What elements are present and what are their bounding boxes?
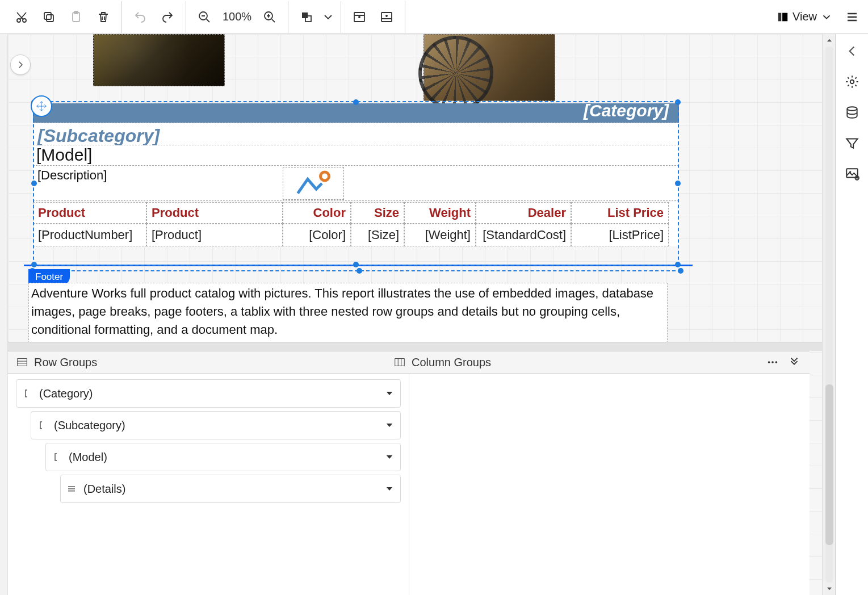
svg-point-0 [17, 19, 20, 22]
right-panel-rail [835, 34, 868, 595]
svg-point-18 [771, 361, 774, 363]
svg-point-23 [849, 171, 851, 173]
tablix-move-handle[interactable] [31, 95, 52, 117]
field-weight[interactable]: [Weight] [404, 224, 476, 246]
zoom-out-button[interactable] [192, 5, 217, 30]
groups-collapse-button[interactable] [785, 353, 804, 372]
row-groups-icon [16, 356, 28, 368]
header-product-number[interactable]: Product [33, 202, 146, 224]
groups-header-bar: Row Groups Column Groups [8, 351, 810, 374]
delete-button[interactable] [91, 5, 116, 30]
field-size[interactable]: [Size] [351, 224, 404, 246]
redo-button[interactable] [155, 5, 180, 30]
image-panel-button[interactable] [838, 159, 866, 188]
field-product-number[interactable]: [ProductNumber] [33, 224, 146, 246]
svg-rect-8 [302, 12, 308, 18]
svg-point-20 [850, 80, 854, 84]
column-groups-label: Column Groups [412, 356, 491, 369]
svg-rect-15 [18, 359, 27, 366]
svg-point-21 [847, 107, 857, 111]
svg-rect-3 [44, 12, 51, 19]
chevron-down-icon[interactable] [384, 484, 395, 494]
left-ruler [0, 34, 8, 595]
header-weight[interactable]: Weight [404, 202, 476, 224]
groups-more-button[interactable] [763, 353, 782, 372]
group-item-category[interactable]: (Category) [16, 379, 401, 408]
svg-rect-13 [782, 12, 787, 21]
scroll-up-button[interactable] [823, 34, 835, 47]
header-color[interactable]: Color [283, 202, 351, 224]
add-header-button[interactable] [347, 5, 372, 30]
chevron-down-icon[interactable] [384, 388, 395, 399]
group-label: (Category) [39, 387, 93, 400]
footer-selection-dot [357, 268, 362, 274]
description-cell[interactable]: [Description] [33, 166, 679, 201]
header-dealer[interactable]: Dealer [476, 202, 571, 224]
scroll-down-button[interactable] [823, 583, 835, 595]
expand-parameters-handle[interactable] [10, 55, 31, 75]
design-surface[interactable]: [Category] [Subcategory] [Model] [Descri… [8, 34, 823, 595]
svg-point-17 [768, 361, 770, 363]
vertical-scrollbar[interactable] [823, 34, 835, 595]
chevron-down-icon[interactable] [384, 452, 395, 462]
svg-rect-2 [47, 15, 53, 22]
paste-button[interactable] [64, 5, 89, 30]
collapse-panel-button[interactable] [838, 36, 866, 66]
group-item-subcategory[interactable]: (Subcategory) [31, 411, 401, 439]
hamburger-menu-button[interactable] [840, 5, 865, 30]
field-product[interactable]: [Product] [146, 224, 283, 246]
groups-body: (Category) (Subcategory) (Model) (Detail… [8, 374, 810, 595]
data-panel-button[interactable] [838, 98, 866, 127]
field-list-price[interactable]: [ListPrice] [571, 224, 669, 246]
cut-button[interactable] [9, 5, 34, 30]
image-icon-placeholder[interactable] [283, 167, 344, 200]
group-label: (Model) [69, 451, 107, 464]
header-list-price[interactable]: List Price [571, 202, 669, 224]
header-size[interactable]: Size [351, 202, 404, 224]
scroll-track[interactable] [825, 47, 833, 583]
svg-rect-16 [395, 359, 405, 366]
svg-point-19 [775, 361, 778, 363]
add-footer-button[interactable] [374, 5, 399, 30]
chevron-down-icon [820, 11, 833, 23]
view-menu-button[interactable]: View [774, 10, 835, 23]
bracket-icon [37, 420, 47, 430]
bracket-icon [52, 452, 62, 462]
hamburger-icon [66, 484, 77, 494]
section-separator[interactable] [24, 265, 693, 266]
undo-button[interactable] [128, 5, 153, 30]
copy-button[interactable] [36, 5, 61, 30]
column-groups-panel[interactable] [409, 374, 810, 595]
group-item-model[interactable]: (Model) [45, 443, 401, 471]
image-placeholder-right[interactable] [423, 34, 555, 101]
zoom-level: 100% [219, 10, 255, 23]
scroll-thumb[interactable] [825, 384, 833, 545]
svg-point-14 [321, 172, 329, 181]
chevron-down-icon[interactable] [384, 420, 395, 430]
subcategory-cell[interactable]: [Subcategory] [33, 123, 679, 145]
column-groups-icon [393, 356, 406, 368]
zoom-in-button[interactable] [257, 5, 282, 30]
properties-panel-button[interactable] [838, 67, 866, 97]
image-placeholder-left[interactable] [93, 34, 225, 86]
filter-panel-button[interactable] [838, 128, 866, 158]
row-groups-panel[interactable]: (Category) (Subcategory) (Model) (Detail… [8, 374, 409, 595]
group-item-details[interactable]: (Details) [60, 475, 401, 503]
group-label: (Subcategory) [54, 419, 125, 432]
header-product[interactable]: Product [146, 202, 283, 224]
bring-front-button[interactable] [294, 5, 319, 30]
view-label: View [792, 10, 817, 23]
table-data-row[interactable]: [ProductNumber] [Product] [Color] [Size]… [33, 224, 679, 246]
page-end-strip [8, 342, 822, 351]
field-color[interactable]: [Color] [283, 224, 351, 246]
footer-textbox[interactable]: Adventure Works full product catalog wit… [28, 283, 668, 343]
model-cell[interactable]: [Model] [33, 145, 679, 166]
arrange-dropdown[interactable] [321, 5, 335, 30]
category-cell[interactable]: [Category] [33, 103, 679, 123]
layout-icon [777, 11, 789, 23]
svg-rect-12 [778, 12, 782, 21]
field-standard-cost[interactable]: [StandardCost] [476, 224, 571, 246]
svg-point-1 [23, 19, 26, 22]
table-header-row[interactable]: Product Product Color Size Weight Dealer… [33, 202, 679, 224]
group-label: (Details) [83, 483, 125, 496]
